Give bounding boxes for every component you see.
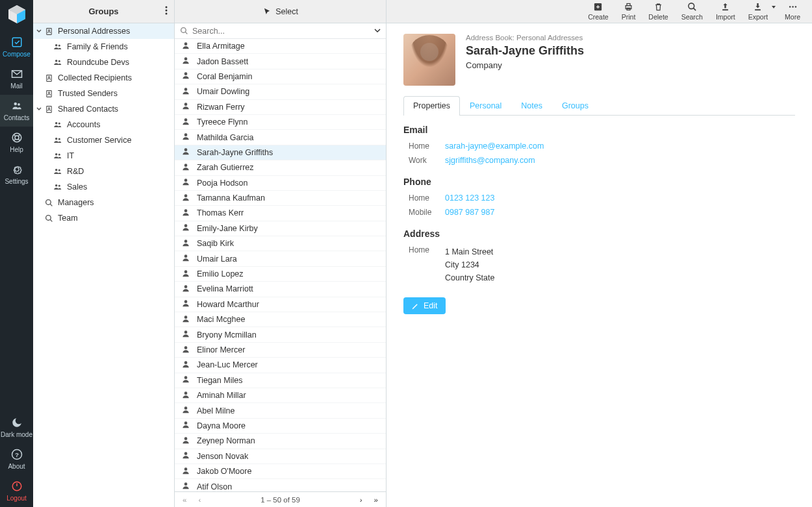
contact-item[interactable]: Zeynep Norman bbox=[175, 434, 386, 449]
addressbook-icon bbox=[44, 27, 54, 36]
contact-item[interactable]: Thomas Kerr bbox=[175, 206, 386, 221]
contact-item[interactable]: Emilio Lopez bbox=[175, 267, 386, 282]
property-label: Work bbox=[403, 156, 445, 165]
contact-item[interactable]: Jakob O'Moore bbox=[175, 464, 386, 479]
group-item[interactable]: Family & Friends bbox=[33, 39, 174, 55]
group-item[interactable]: Personal Addresses bbox=[33, 23, 174, 39]
group-item[interactable]: Sales bbox=[33, 179, 174, 195]
contact-item[interactable]: Mathilda Garcia bbox=[175, 130, 386, 145]
contact-name-label: Umair Lara bbox=[197, 254, 237, 264]
contact-item[interactable]: Jadon Bassett bbox=[175, 54, 386, 69]
svg-point-16 bbox=[55, 44, 58, 47]
property-value[interactable]: 0987 987 987 bbox=[445, 208, 494, 217]
contact-item[interactable]: Howard Mcarthur bbox=[175, 297, 386, 312]
nav-contacts[interactable]: Contacts bbox=[0, 95, 33, 127]
contact-name-label: Umair Dowling bbox=[197, 87, 249, 96]
page-next-icon[interactable]: › bbox=[360, 496, 362, 504]
contact-name-label: Tyreece Flynn bbox=[197, 117, 248, 127]
chevron-down-icon[interactable] bbox=[34, 28, 44, 34]
contact-name-label: Ella Armitage bbox=[197, 42, 245, 51]
group-item[interactable]: Trusted Senders bbox=[33, 86, 174, 101]
tab-personal[interactable]: Personal bbox=[460, 96, 511, 115]
contact-item[interactable]: Saqib Kirk bbox=[175, 236, 386, 251]
contact-item[interactable]: Tamanna Kaufman bbox=[175, 191, 386, 206]
group-item[interactable]: R&D bbox=[33, 164, 174, 179]
nav-logout[interactable]: Logout bbox=[0, 475, 33, 507]
person-icon bbox=[181, 253, 197, 264]
group-item[interactable]: Team bbox=[33, 210, 174, 226]
group-item[interactable]: IT bbox=[33, 148, 174, 164]
group-item[interactable]: Collected Recipients bbox=[33, 70, 174, 86]
contact-item[interactable]: Sarah-Jayne Griffiths bbox=[175, 145, 386, 160]
svg-point-28 bbox=[55, 138, 58, 140]
person-icon bbox=[181, 314, 197, 325]
svg-point-15 bbox=[48, 29, 49, 31]
nav-darkmode[interactable]: Dark mode bbox=[0, 412, 33, 443]
delete-button[interactable]: Delete bbox=[643, 2, 673, 21]
person-icon bbox=[181, 481, 197, 491]
group-item[interactable]: Roundcube Devs bbox=[33, 55, 174, 70]
svg-point-66 bbox=[184, 452, 188, 456]
contact-item[interactable]: Zarah Gutierrez bbox=[175, 160, 386, 175]
contact-item[interactable]: Ella Armitage bbox=[175, 39, 386, 54]
page-first-icon[interactable]: « bbox=[183, 496, 186, 504]
import-button[interactable]: Import bbox=[711, 2, 741, 21]
group-item[interactable]: Shared Contacts bbox=[33, 101, 174, 117]
tab-groups[interactable]: Groups bbox=[552, 96, 598, 115]
property-value[interactable]: 0123 123 123 bbox=[445, 193, 494, 203]
person-icon bbox=[181, 238, 197, 249]
contact-item[interactable]: Evelina Marriott bbox=[175, 282, 386, 297]
print-button[interactable]: Print bbox=[616, 2, 641, 21]
person-icon bbox=[181, 329, 197, 340]
contact-item[interactable]: Tyreece Flynn bbox=[175, 115, 386, 130]
tab-notes[interactable]: Notes bbox=[511, 96, 552, 115]
svg-point-5 bbox=[18, 103, 20, 106]
groups-menu-icon[interactable] bbox=[165, 6, 168, 17]
nav-settings[interactable]: Settings bbox=[0, 158, 33, 190]
more-button[interactable]: More bbox=[780, 2, 806, 21]
contact-item[interactable]: Maci Mcghee bbox=[175, 312, 386, 327]
contact-item[interactable]: Dayna Moore bbox=[175, 419, 386, 434]
contact-item[interactable]: Emily-Jane Kirby bbox=[175, 221, 386, 236]
group-item[interactable]: Accounts bbox=[33, 117, 174, 132]
property-value[interactable]: sjgriffiths@company.com bbox=[445, 156, 535, 165]
svg-rect-75 bbox=[755, 9, 761, 10]
nav-compose-label: Compose bbox=[3, 51, 31, 58]
contact-item[interactable]: Pooja Hodson bbox=[175, 176, 386, 191]
nav-compose[interactable]: Compose bbox=[0, 31, 33, 63]
section-phone: Phone Home0123 123 123Mobile0987 987 987 bbox=[403, 177, 795, 219]
property-value[interactable]: sarah-jayne@example.com bbox=[445, 142, 544, 151]
contact-item[interactable]: Umair Lara bbox=[175, 251, 386, 266]
search-input[interactable] bbox=[192, 27, 370, 36]
nav-help[interactable]: Help bbox=[0, 127, 33, 158]
person-icon bbox=[181, 56, 197, 67]
create-button[interactable]: Create bbox=[583, 2, 614, 21]
search-button[interactable]: Search bbox=[676, 2, 708, 21]
contact-item[interactable]: Coral Benjamin bbox=[175, 69, 386, 84]
search-dropdown-icon[interactable] bbox=[374, 26, 381, 36]
contact-item[interactable]: Atif Olson bbox=[175, 479, 386, 491]
contact-item[interactable]: Abel Milne bbox=[175, 403, 386, 418]
contact-item[interactable]: Jenson Novak bbox=[175, 449, 386, 464]
contact-item[interactable]: Aminah Millar bbox=[175, 388, 386, 403]
export-button[interactable]: Export bbox=[743, 2, 777, 21]
tab-properties[interactable]: Properties bbox=[403, 96, 460, 116]
contact-item[interactable]: Rizwan Ferry bbox=[175, 100, 386, 115]
contact-item[interactable]: Tiegan Miles bbox=[175, 373, 386, 388]
page-prev-icon[interactable]: ‹ bbox=[198, 496, 201, 504]
nav-mail[interactable]: Mail bbox=[0, 63, 33, 95]
edit-button[interactable]: Edit bbox=[403, 297, 446, 314]
person-icon bbox=[181, 208, 197, 219]
chevron-down-icon[interactable] bbox=[34, 106, 44, 112]
contact-name-label: Emily-Jane Kirby bbox=[197, 224, 258, 233]
nav-about[interactable]: ? About bbox=[0, 443, 33, 475]
contact-item[interactable]: Jean-Luc Mercer bbox=[175, 358, 386, 373]
contact-item[interactable]: Umair Dowling bbox=[175, 84, 386, 99]
select-button[interactable]: Select bbox=[175, 0, 386, 23]
page-last-icon[interactable]: » bbox=[374, 496, 378, 504]
contact-item[interactable]: Bryony Mcmillan bbox=[175, 327, 386, 342]
svg-point-19 bbox=[58, 60, 60, 62]
contact-item[interactable]: Elinor Mercer bbox=[175, 343, 386, 358]
group-item[interactable]: Managers bbox=[33, 195, 174, 210]
group-item[interactable]: Customer Service bbox=[33, 132, 174, 148]
